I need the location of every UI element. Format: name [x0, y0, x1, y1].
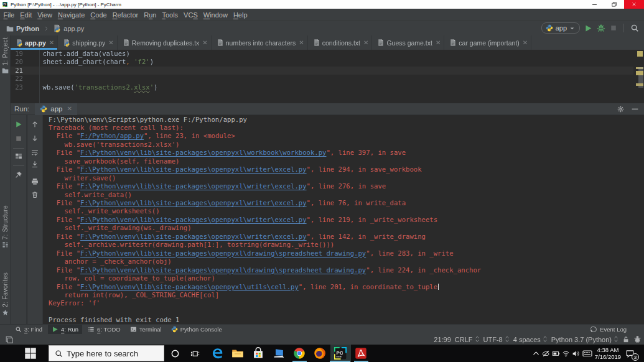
run-console[interactable]: F:\Python\venv\Scripts\python.exe F:/Pyt…: [11, 115, 644, 324]
close-icon[interactable]: ✕: [49, 40, 54, 46]
toolbar-separator: [13, 148, 24, 149]
lock-icon[interactable]: [622, 336, 630, 343]
editor-tab-shipping.py[interactable]: shipping.py✕: [58, 35, 118, 50]
caret-position-widget[interactable]: 21:99: [434, 336, 451, 343]
tool-window-button-structure[interactable]: 7: Structure: [0, 205, 11, 272]
stop-button[interactable]: [15, 135, 22, 142]
menu-edit[interactable]: Edit: [17, 11, 35, 19]
stack-trace-link[interactable]: F:\Python\venv\lib\site-packages\openpyx…: [80, 149, 326, 156]
menu-navigate[interactable]: Navigate: [55, 11, 87, 19]
line-number[interactable]: 22: [11, 75, 23, 83]
stack-trace-link[interactable]: F:\Python\venv\lib\site-packages\openpyx…: [80, 216, 307, 223]
close-button[interactable]: [624, 0, 644, 9]
scrollbar-warning-mark[interactable]: [636, 83, 643, 86]
close-icon[interactable]: ✕: [299, 40, 304, 46]
indent-widget[interactable]: 4 spaces: [513, 335, 548, 343]
close-icon[interactable]: ✕: [108, 40, 113, 46]
console-line: File "F:\Python\venv\lib\site-packages\o…: [49, 165, 422, 174]
action-center-button[interactable]: 3: [625, 349, 635, 358]
run-button[interactable]: [584, 24, 592, 32]
clear-all-button[interactable]: [31, 191, 39, 199]
rerun-button[interactable]: [15, 121, 22, 128]
search-everywhere-button[interactable]: [630, 24, 639, 32]
editor-tab-conditions.txt[interactable]: conditions.txt✕: [308, 35, 373, 50]
taskbar-clock[interactable]: 4:38 AM 7/16/2019: [592, 346, 623, 360]
close-icon[interactable]: ✕: [363, 40, 368, 46]
tool-window-button-run[interactable]: 4: Run: [48, 325, 82, 335]
gear-icon[interactable]: [617, 105, 625, 113]
debug-button[interactable]: [597, 24, 605, 32]
run-configuration-select[interactable]: app: [541, 22, 580, 34]
stack-trace-link[interactable]: F:\Python\venv\lib\site-packages\openpyx…: [80, 233, 307, 240]
next-stack-frame-button[interactable]: [31, 134, 39, 142]
tool-window-button-favorites[interactable]: 2: Favorites: [0, 272, 11, 316]
close-icon[interactable]: ✕: [202, 40, 207, 46]
close-icon[interactable]: ✕: [436, 40, 441, 46]
editor-tab-app.py[interactable]: app.py✕: [11, 35, 58, 50]
menu-run[interactable]: Run: [141, 11, 159, 19]
restore-button[interactable]: [604, 0, 624, 9]
scroll-to-end-button[interactable]: [31, 160, 39, 169]
hide-panel-icon[interactable]: [631, 105, 639, 113]
tool-window-button-python-console[interactable]: Python Console: [167, 325, 226, 335]
stop-button[interactable]: [610, 24, 617, 32]
menu-vcs[interactable]: VCS: [181, 11, 201, 19]
interpreter-widget[interactable]: Python 3.7 (Python): [551, 335, 618, 343]
tool-window-button-find[interactable]: 3: Find: [11, 325, 46, 335]
window-controls: [584, 0, 644, 9]
stack-trace-link[interactable]: F:\Python\venv\lib\site-packages\openpyx…: [80, 266, 366, 274]
line-number[interactable]: 21: [11, 67, 23, 75]
line-separator-widget[interactable]: CRLF: [455, 335, 480, 343]
restore-layout-button[interactable]: [14, 152, 22, 160]
stack-trace-link[interactable]: F:\Python\venv\lib\site-packages\openpyx…: [80, 283, 299, 290]
tab-label: Removing duplicates.tx: [132, 39, 200, 47]
line-number[interactable]: 20: [11, 58, 23, 66]
editor-tab-numbers-into-characters[interactable]: numbers into characters✕: [212, 35, 308, 50]
stack-trace-link[interactable]: F:\Python\venv\lib\site-packages\openpyx…: [80, 182, 307, 190]
breadcrumb-item-app-py[interactable]: app.py: [53, 24, 84, 32]
encoding-widget[interactable]: UTF-8: [483, 335, 510, 343]
breadcrumb-item-python[interactable]: Python: [6, 25, 39, 32]
menu-tools[interactable]: Tools: [159, 11, 181, 19]
stack-trace-link[interactable]: F:\Python\venv\lib\site-packages\openpyx…: [80, 199, 307, 207]
line-number[interactable]: 19: [11, 50, 23, 58]
tool-window-button-event-log[interactable]: Event Log: [587, 325, 630, 335]
pin-tab-button[interactable]: [14, 171, 22, 179]
editor-tab-removing-duplicates.tx[interactable]: Removing duplicates.tx✕: [118, 35, 212, 50]
menu-refactor[interactable]: Refactor: [110, 11, 141, 19]
print-button[interactable]: [31, 178, 39, 186]
menu-code[interactable]: Code: [88, 11, 110, 19]
tool-window-button-terminal[interactable]: Terminal: [126, 325, 166, 335]
line-number[interactable]: 23: [11, 83, 23, 91]
soft-wrap-button[interactable]: [31, 149, 39, 157]
scrollbar-warning-mark[interactable]: [637, 51, 643, 57]
editor[interactable]: 19chart.add_data(values)20sheet.add_char…: [11, 50, 644, 103]
prev-stack-frame-button[interactable]: [31, 121, 39, 128]
inspections-hector-icon[interactable]: [633, 335, 642, 343]
tool-window-quick-access-icon[interactable]: [5, 335, 14, 344]
battery-icon[interactable]: [551, 345, 561, 362]
chevron-up-icon[interactable]: [531, 345, 541, 362]
menu-file[interactable]: File: [1, 11, 17, 19]
menu-help[interactable]: Help: [230, 11, 250, 19]
wifi-icon[interactable]: [561, 345, 571, 362]
stack-trace-link[interactable]: F:/Python/app.py: [80, 132, 144, 139]
tool-window-button-todo[interactable]: 6: TODO: [84, 325, 124, 335]
touch-keyboard-icon[interactable]: [582, 345, 592, 362]
editor-tab-guess-game.txt[interactable]: Guess game.txt✕: [372, 35, 444, 50]
close-icon[interactable]: ✕: [67, 106, 72, 112]
menu-window[interactable]: Window: [200, 11, 230, 19]
onedrive-offline-icon[interactable]: [541, 345, 551, 362]
editor-tab-car-game-important-[interactable]: car game (important)✕: [444, 35, 531, 50]
stack-trace-link[interactable]: F:\Python\venv\lib\site-packages\openpyx…: [80, 165, 307, 173]
run-tab-app[interactable]: app ✕: [35, 103, 77, 115]
text-file-icon: [449, 39, 457, 47]
menu-view[interactable]: View: [35, 11, 55, 19]
stack-trace-link[interactable]: F:\Python\venv\lib\site-packages\openpyx…: [80, 249, 366, 257]
minimize-button[interactable]: [584, 0, 604, 9]
tool-window-button-project[interactable]: 1: Project: [0, 37, 11, 92]
notification-badge: 3: [632, 353, 639, 361]
volume-icon[interactable]: [571, 345, 581, 362]
close-icon[interactable]: ✕: [523, 40, 528, 46]
scrollbar-warning-mark[interactable]: [636, 71, 643, 75]
